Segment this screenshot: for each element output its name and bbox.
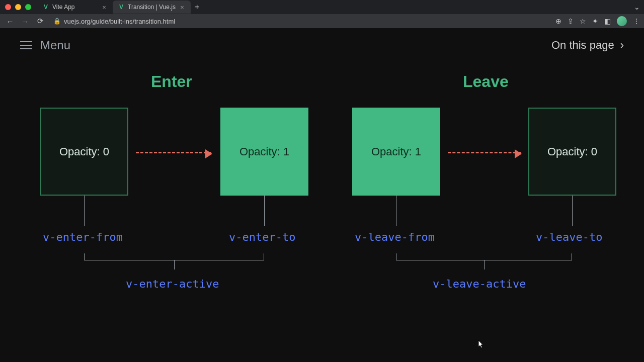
v-leave-to-label: v-leave-to [536, 231, 602, 243]
on-this-page-label: On this page [551, 39, 614, 52]
transition-diagram: Enter Leave Opacity: 0 Opacity: 1 Opacit… [20, 72, 624, 334]
leave-title: Leave [463, 72, 509, 91]
enter-to-box: Opacity: 1 [220, 108, 308, 196]
menu-label: Menu [40, 38, 70, 52]
tab-close-icon[interactable]: × [101, 4, 108, 11]
page-header: Menu On this page › [20, 38, 624, 52]
browser-tabs: V Vite App × V Transition | Vue.js × + [37, 0, 203, 14]
leave-from-box: Opacity: 1 [352, 108, 440, 196]
browser-tab[interactable]: V Vite App × [37, 1, 113, 14]
window-minimize-button[interactable] [15, 4, 21, 10]
zoom-icon[interactable]: ⊕ [555, 17, 561, 25]
tabs-dropdown-icon[interactable]: ⌄ [634, 3, 640, 11]
opacity-label: Opacity: 0 [547, 145, 597, 158]
opacity-label: Opacity: 1 [239, 145, 289, 158]
url-text: vuejs.org/guide/built-ins/transition.htm… [64, 18, 175, 25]
connector-line [84, 196, 85, 226]
share-icon[interactable]: ⇪ [568, 17, 574, 25]
enter-title: Enter [151, 72, 192, 91]
tab-title: Transition | Vue.js [128, 4, 176, 11]
enter-from-box: Opacity: 0 [40, 108, 128, 196]
address-bar[interactable]: 🔒 vuejs.org/guide/built-ins/transition.h… [49, 15, 552, 27]
nav-back-button[interactable]: ← [4, 15, 16, 27]
kebab-menu-icon[interactable]: ⋮ [633, 17, 640, 25]
traffic-lights [5, 4, 31, 10]
connector-line [396, 196, 396, 226]
tab-close-icon[interactable]: × [179, 4, 186, 11]
browser-tab[interactable]: V Transition | Vue.js × [113, 1, 191, 14]
opacity-label: Opacity: 0 [59, 145, 109, 158]
browser-toolbar: ← → ⟳ 🔒 vuejs.org/guide/built-ins/transi… [0, 14, 644, 28]
window-close-button[interactable] [5, 4, 11, 10]
enter-arrow-icon [136, 152, 211, 153]
window-zoom-button[interactable] [25, 4, 31, 10]
leave-bracket [396, 253, 572, 260]
leave-to-box: Opacity: 0 [528, 108, 616, 196]
bookmark-icon[interactable]: ☆ [580, 17, 586, 25]
leave-arrow-icon [448, 152, 521, 153]
chevron-right-icon: › [620, 39, 624, 52]
v-enter-from-label: v-enter-from [43, 231, 123, 243]
connector-line [572, 196, 573, 226]
nav-forward-button[interactable]: → [19, 15, 31, 27]
new-tab-button[interactable]: + [191, 3, 203, 12]
page-content: Menu On this page › Enter Leave Opacity:… [0, 28, 644, 362]
lock-icon: 🔒 [53, 18, 61, 25]
v-enter-active-label: v-enter-active [126, 278, 219, 290]
v-leave-from-label: v-leave-from [355, 231, 435, 243]
nav-reload-button[interactable]: ⟳ [34, 15, 46, 27]
extensions-icon[interactable]: ✦ [592, 17, 598, 25]
on-this-page-button[interactable]: On this page › [551, 39, 624, 52]
opacity-label: Opacity: 1 [371, 145, 421, 158]
window-titlebar: V Vite App × V Transition | Vue.js × + ⌄ [0, 0, 644, 14]
hamburger-icon [20, 41, 32, 49]
profile-avatar[interactable] [617, 16, 627, 26]
connector-line [264, 196, 265, 226]
tab-title: Vite App [52, 4, 74, 11]
v-leave-active-label: v-leave-active [433, 278, 526, 290]
menu-button[interactable]: Menu [20, 38, 70, 52]
cursor-icon [478, 340, 484, 349]
enter-bracket [84, 253, 264, 260]
sidepanel-icon[interactable]: ◧ [604, 17, 611, 25]
toolbar-right-icons: ⊕ ⇪ ☆ ✦ ◧ ⋮ [555, 16, 640, 26]
vite-favicon-icon: V [42, 4, 49, 11]
v-enter-to-label: v-enter-to [229, 231, 295, 243]
vue-favicon-icon: V [118, 4, 125, 11]
